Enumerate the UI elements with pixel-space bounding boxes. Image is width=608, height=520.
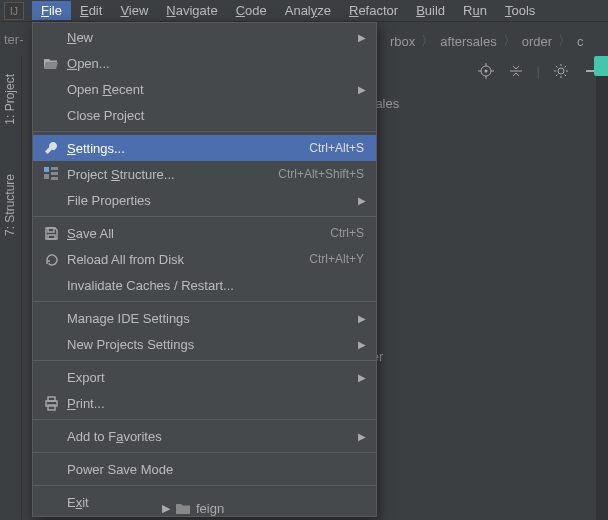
toolbar-right: | (477, 62, 600, 80)
svg-rect-9 (44, 167, 49, 172)
menubar: File Edit View Navigate Code Analyze Ref… (0, 0, 608, 22)
left-tab-fragment: ter- (0, 22, 24, 56)
reload-icon (41, 252, 61, 267)
menu-item-save-all[interactable]: Save AllCtrl+S (33, 220, 376, 246)
collapse-icon[interactable] (507, 62, 525, 80)
menu-item-export[interactable]: Export▶ (33, 364, 376, 390)
svg-rect-12 (51, 172, 58, 175)
svg-point-7 (558, 68, 564, 74)
menu-build[interactable]: Build (407, 1, 454, 20)
submenu-arrow-icon: ▶ (358, 84, 366, 95)
menu-item-label: Print... (67, 396, 364, 411)
menu-separator (33, 301, 376, 302)
menu-item-close-project[interactable]: Close Project (33, 102, 376, 128)
menu-item-label: Save All (67, 226, 330, 241)
submenu-arrow-icon: ▶ (358, 339, 366, 350)
menu-shortcut: Ctrl+Alt+S (309, 141, 364, 155)
crumb[interactable]: aftersales (438, 34, 498, 49)
menu-item-invalidate-caches-restart[interactable]: Invalidate Caches / Restart... (33, 272, 376, 298)
menu-file[interactable]: File (32, 1, 71, 20)
menu-code[interactable]: Code (227, 1, 276, 20)
menu-item-print[interactable]: Print... (33, 390, 376, 416)
gear-icon[interactable] (552, 62, 570, 80)
svg-rect-14 (48, 228, 54, 232)
menu-separator (33, 360, 376, 361)
menu-item-label: Project Structure... (67, 167, 278, 182)
file-menu-dropdown: New▶Open...Open Recent▶Close ProjectSett… (32, 22, 377, 517)
crumb[interactable]: c (575, 34, 586, 49)
expand-arrow-icon[interactable]: ▶ (162, 502, 170, 515)
menu-separator (33, 419, 376, 420)
menu-item-add-to-favorites[interactable]: Add to Favorites▶ (33, 423, 376, 449)
svg-rect-11 (44, 174, 49, 179)
menu-item-label: New (67, 30, 364, 45)
menu-tools[interactable]: Tools (496, 1, 544, 20)
menu-item-manage-ide-settings[interactable]: Manage IDE Settings▶ (33, 305, 376, 331)
menu-item-label: New Projects Settings (67, 337, 364, 352)
submenu-arrow-icon: ▶ (358, 313, 366, 324)
submenu-arrow-icon: ▶ (358, 431, 366, 442)
menu-run[interactable]: Run (454, 1, 496, 20)
menu-item-label: Open... (67, 56, 364, 71)
menu-item-reload-all-from-disk[interactable]: Reload All from DiskCtrl+Alt+Y (33, 246, 376, 272)
menu-item-label: Open Recent (67, 82, 364, 97)
menu-refactor[interactable]: Refactor (340, 1, 407, 20)
menu-item-label: Settings... (67, 141, 309, 156)
print-icon (41, 396, 61, 411)
menu-item-label: Invalidate Caches / Restart... (67, 278, 364, 293)
svg-rect-15 (48, 235, 55, 239)
folder-open-icon (41, 56, 61, 70)
menu-separator (33, 485, 376, 486)
submenu-arrow-icon: ▶ (358, 32, 366, 43)
menu-navigate[interactable]: Navigate (157, 1, 226, 20)
breadcrumb: rbox〉 aftersales〉 order〉 c (380, 24, 594, 58)
menu-separator (33, 216, 376, 217)
sidebar: 1: Project 7: Structure (0, 56, 22, 520)
menu-item-new-projects-settings[interactable]: New Projects Settings▶ (33, 331, 376, 357)
menu-item-open-recent[interactable]: Open Recent▶ (33, 76, 376, 102)
menu-item-label: Add to Favorites (67, 429, 364, 444)
menu-shortcut: Ctrl+S (330, 226, 364, 240)
crumb[interactable]: rbox (388, 34, 417, 49)
menu-separator (33, 452, 376, 453)
submenu-arrow-icon: ▶ (358, 195, 366, 206)
menu-item-label: Power Save Mode (67, 462, 364, 477)
svg-point-1 (484, 70, 487, 73)
menu-item-open[interactable]: Open... (33, 50, 376, 76)
save-icon (41, 226, 61, 241)
menu-shortcut: Ctrl+Alt+Shift+S (278, 167, 364, 181)
menu-item-label: Export (67, 370, 364, 385)
app-icon: IJ (4, 2, 24, 20)
menu-item-label: Close Project (67, 108, 364, 123)
menu-item-label: Reload All from Disk (67, 252, 309, 267)
menu-shortcut: Ctrl+Alt+Y (309, 252, 364, 266)
wrench-icon (41, 140, 61, 156)
svg-rect-10 (51, 167, 58, 170)
menu-item-power-save-mode[interactable]: Power Save Mode (33, 456, 376, 482)
sidebar-tab-project[interactable]: 1: Project (0, 66, 20, 133)
structure-icon (41, 166, 61, 182)
target-icon[interactable] (477, 62, 495, 80)
menu-item-settings[interactable]: Settings...Ctrl+Alt+S (33, 135, 376, 161)
svg-rect-13 (51, 177, 58, 180)
folder-icon (176, 502, 190, 514)
folder-label[interactable]: feign (196, 501, 224, 516)
menu-view[interactable]: View (111, 1, 157, 20)
submenu-arrow-icon: ▶ (358, 372, 366, 383)
crumb[interactable]: order (520, 34, 554, 49)
menu-item-label: File Properties (67, 193, 364, 208)
menu-item-file-properties[interactable]: File Properties▶ (33, 187, 376, 213)
right-gutter (596, 56, 608, 520)
menu-item-label: Manage IDE Settings (67, 311, 364, 326)
menu-separator (33, 131, 376, 132)
menu-item-project-structure[interactable]: Project Structure...Ctrl+Alt+Shift+S (33, 161, 376, 187)
menu-item-new[interactable]: New▶ (33, 24, 376, 50)
menu-edit[interactable]: Edit (71, 1, 111, 20)
menu-analyze[interactable]: Analyze (276, 1, 340, 20)
bottom-strip: ▶ feign (22, 496, 608, 520)
scrollbar-marker[interactable] (594, 56, 608, 76)
sidebar-tab-structure[interactable]: 7: Structure (0, 166, 20, 244)
